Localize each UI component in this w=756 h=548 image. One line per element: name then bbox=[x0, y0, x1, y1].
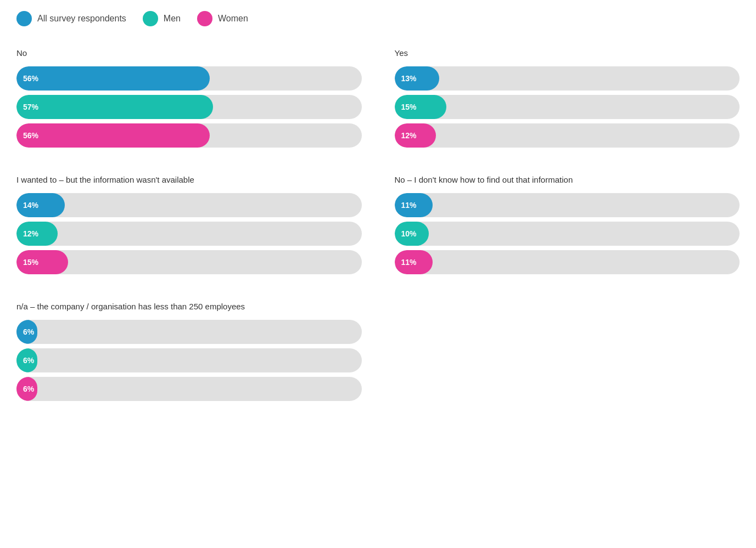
bar-label: 12% bbox=[401, 131, 417, 140]
section-yes: Yes 13% 15% 12% bbox=[395, 48, 740, 153]
bar-group: 13% 15% 12% bbox=[395, 66, 740, 148]
bar-fill: 11% bbox=[395, 250, 433, 274]
bar-fill: 13% bbox=[395, 66, 440, 91]
bar-row: 57% bbox=[16, 95, 362, 119]
chart-grid: No 56% 57% 56% Yes bbox=[16, 48, 740, 406]
bar-label: 56% bbox=[23, 74, 38, 83]
section-empty-right bbox=[395, 302, 740, 406]
bar-row: 6% bbox=[16, 377, 362, 401]
bar-row: 56% bbox=[16, 66, 362, 91]
bar-row: 6% bbox=[16, 348, 362, 372]
section-title: No bbox=[16, 48, 362, 58]
bar-group: 14% 12% 15% bbox=[16, 193, 362, 274]
bar-row: 6% bbox=[16, 320, 362, 344]
bar-fill: 56% bbox=[16, 123, 210, 148]
bar-fill: 6% bbox=[16, 377, 37, 401]
bar-row: 10% bbox=[395, 222, 740, 246]
bar-fill: 6% bbox=[16, 348, 37, 372]
section-wanted-but-unavailable: I wanted to – but the information wasn't… bbox=[16, 175, 362, 280]
legend-label: Women bbox=[218, 14, 248, 24]
bar-row: 13% bbox=[395, 66, 740, 91]
bar-row: 56% bbox=[16, 123, 362, 148]
bar-label: 56% bbox=[23, 131, 38, 140]
bar-row: 11% bbox=[395, 193, 740, 217]
bar-group: 11% 10% 11% bbox=[395, 193, 740, 274]
bar-label: 6% bbox=[23, 356, 34, 365]
section-title: I wanted to – but the information wasn't… bbox=[16, 175, 362, 184]
section-no-dont-know: No – I don't know how to find out that i… bbox=[395, 175, 740, 280]
bar-row: 14% bbox=[16, 193, 362, 217]
legend-dot bbox=[197, 11, 212, 26]
bar-fill: 11% bbox=[395, 193, 433, 217]
bar-fill: 10% bbox=[395, 222, 429, 246]
bar-label: 57% bbox=[23, 103, 38, 111]
section-na-less-250: n/a – the company / organisation has les… bbox=[16, 302, 362, 406]
bar-fill: 12% bbox=[16, 222, 58, 246]
bar-fill: 56% bbox=[16, 66, 210, 91]
bar-row: 12% bbox=[395, 123, 740, 148]
legend-item: Men bbox=[143, 11, 181, 26]
bar-row: 15% bbox=[395, 95, 740, 119]
legend-item: Women bbox=[197, 11, 248, 26]
section-no: No 56% 57% 56% bbox=[16, 48, 362, 153]
section-title: No – I don't know how to find out that i… bbox=[395, 175, 740, 184]
bar-label: 6% bbox=[23, 385, 34, 393]
bar-label: 10% bbox=[401, 229, 417, 238]
bar-label: 13% bbox=[401, 74, 417, 83]
legend-dot bbox=[143, 11, 158, 26]
bar-fill: 57% bbox=[16, 95, 213, 119]
bar-row: 11% bbox=[395, 250, 740, 274]
bar-label: 11% bbox=[401, 258, 417, 267]
legend-item: All survey respondents bbox=[16, 11, 126, 26]
legend-label: All survey respondents bbox=[37, 14, 126, 24]
section-title: n/a – the company / organisation has les… bbox=[16, 302, 362, 311]
bar-label: 12% bbox=[23, 229, 38, 238]
bar-row: 15% bbox=[16, 250, 362, 274]
bar-label: 15% bbox=[401, 103, 417, 111]
bar-fill: 14% bbox=[16, 193, 65, 217]
legend-label: Men bbox=[164, 14, 181, 24]
bar-fill: 15% bbox=[16, 250, 68, 274]
legend: All survey respondents Men Women bbox=[16, 11, 740, 26]
bar-group: 6% 6% 6% bbox=[16, 320, 362, 401]
bar-fill: 12% bbox=[395, 123, 436, 148]
bar-label: 11% bbox=[401, 201, 417, 210]
bar-fill: 6% bbox=[16, 320, 37, 344]
bar-label: 14% bbox=[23, 201, 38, 210]
bar-fill: 15% bbox=[395, 95, 446, 119]
bar-label: 15% bbox=[23, 258, 38, 267]
bar-row: 12% bbox=[16, 222, 362, 246]
legend-dot bbox=[16, 11, 32, 26]
bar-label: 6% bbox=[23, 327, 34, 336]
section-title: Yes bbox=[395, 48, 740, 58]
bar-group: 56% 57% 56% bbox=[16, 66, 362, 148]
